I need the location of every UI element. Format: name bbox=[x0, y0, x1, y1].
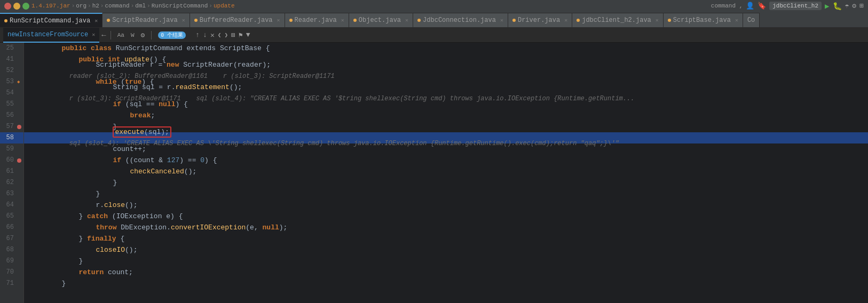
code-line-63: } bbox=[24, 188, 868, 200]
nav-prev-icon[interactable]: ❮ bbox=[217, 30, 223, 39]
line-number-57: 57 bbox=[0, 121, 17, 132]
font-aa-button[interactable]: Aa bbox=[115, 31, 127, 39]
layout-icon[interactable]: ⊞ bbox=[859, 2, 864, 10]
run-icon[interactable]: ▶ bbox=[825, 2, 829, 11]
tab-close-button[interactable]: ✕ bbox=[94, 18, 98, 24]
nav-back-icon[interactable]: ← bbox=[101, 31, 106, 39]
user-icon[interactable]: 👤 bbox=[746, 2, 754, 10]
tab-Reader[interactable]: Reader.java ✕ bbox=[285, 13, 349, 27]
close-tab-icon[interactable]: ✕ bbox=[92, 31, 95, 38]
code-line-68: closeIO(); bbox=[24, 244, 868, 256]
debug-icon[interactable]: 🐛 bbox=[833, 2, 842, 11]
code-content[interactable]: public class RunScriptCommand extends Sc… bbox=[24, 43, 868, 303]
tab-label: Driver.java bbox=[518, 17, 560, 24]
tab-close-button[interactable]: ✕ bbox=[277, 17, 280, 23]
tab-Driver[interactable]: Driver.java ✕ bbox=[508, 13, 572, 27]
line-number-52: 52 bbox=[0, 65, 17, 76]
tab-JdbcConnection[interactable]: JdbcConnection.java ✕ bbox=[413, 13, 508, 27]
line-number-61: 61 bbox=[0, 166, 17, 177]
tab-BufferedReader[interactable]: BufferedReader.java ✕ bbox=[190, 13, 285, 27]
line-number-56: 56 bbox=[0, 110, 17, 121]
tab-label: ScriptBase.java bbox=[673, 17, 731, 24]
gutter-row-71: 71 bbox=[0, 278, 23, 289]
maximize-button[interactable] bbox=[22, 3, 29, 10]
tab-jdbcClient[interactable]: jdbcClient_h2.java ✕ bbox=[572, 13, 664, 27]
gutter-row-67: 67 bbox=[0, 233, 23, 244]
gutter-row-55: 55 bbox=[0, 99, 23, 110]
nav-next-icon[interactable]: ❯ bbox=[223, 30, 229, 39]
tab-Object[interactable]: Object.java ✕ bbox=[349, 13, 413, 27]
settings-icon[interactable]: ⚙ bbox=[852, 2, 856, 10]
tab-dot-orange bbox=[4, 19, 7, 22]
tab-dot bbox=[577, 19, 580, 22]
breakpoint-60[interactable] bbox=[17, 158, 21, 163]
settings-button[interactable]: ⚙ bbox=[138, 30, 147, 41]
code-line-66: throw DbException.convertIOException(e, … bbox=[24, 222, 868, 233]
code-line-71: } bbox=[24, 278, 868, 289]
tab-label: ScriptReader.java bbox=[112, 17, 177, 24]
line-number-60: 60 bbox=[0, 155, 17, 166]
new-instance-label: newInstanceFromSource bbox=[7, 31, 88, 38]
gutter-row-59: 59 bbox=[0, 143, 23, 155]
nav-flag-icon[interactable]: ⚑ bbox=[238, 30, 244, 41]
tab-dot bbox=[417, 19, 421, 22]
nav-close-icon[interactable]: ✕ bbox=[209, 30, 216, 41]
tab-close-button[interactable]: ✕ bbox=[500, 17, 503, 23]
fold-icon-53[interactable]: ◆ bbox=[17, 79, 22, 85]
tab-close-button[interactable]: ✕ bbox=[735, 17, 738, 23]
tab-dot bbox=[512, 19, 516, 22]
gutter-row-41: 41 bbox=[0, 54, 23, 65]
coverage-icon[interactable]: ☂ bbox=[845, 2, 849, 10]
gutter-row-69: 69 bbox=[0, 256, 23, 267]
nav-filter-icon[interactable]: ▼ bbox=[245, 30, 251, 40]
project-selector[interactable]: jdbcClient_h2 bbox=[769, 2, 822, 10]
tab-close-button[interactable]: ✕ bbox=[405, 17, 408, 23]
gutter-row-60: 60 bbox=[0, 155, 23, 166]
tab-close-button[interactable]: ✕ bbox=[564, 17, 567, 23]
gutter-row-57: 57 bbox=[0, 121, 23, 132]
tab-more[interactable]: Co bbox=[743, 13, 760, 27]
minimize-button[interactable] bbox=[13, 3, 20, 10]
line-number-68: 68 bbox=[0, 244, 17, 256]
gutter-row-68: 68 bbox=[0, 244, 23, 256]
breadcrumb: 1.4.197.jar›org›h2›command›dml›RunScript… bbox=[31, 3, 235, 9]
tab-ScriptReader[interactable]: ScriptReader.java ✕ bbox=[102, 13, 190, 27]
code-area: 25 41 52 53 ◆ 54 55 56 57 bbox=[0, 43, 868, 303]
line-number-53: 53 bbox=[0, 76, 17, 87]
line-number-59: 59 bbox=[0, 143, 17, 155]
tab-bar: RunScriptCommand.java ✕ ScriptReader.jav… bbox=[0, 12, 868, 28]
gutter-row-61: 61 bbox=[0, 166, 23, 177]
line-number-63: 63 bbox=[0, 188, 17, 200]
tab-close-button[interactable]: ✕ bbox=[341, 17, 344, 23]
nav-icon-group: ↑ ↓ ✕ ❮ ❯ ⊞ ⚑ ▼ bbox=[194, 30, 251, 41]
method-breadcrumb-tab[interactable]: newInstanceFromSource ✕ bbox=[3, 28, 99, 43]
tab-RunScriptCommand[interactable]: RunScriptCommand.java ✕ bbox=[0, 13, 102, 27]
shortcut-hint: command , bbox=[711, 3, 743, 9]
line-number-69: 69 bbox=[0, 256, 17, 267]
tab-label: Co bbox=[747, 17, 755, 24]
nav-up-icon[interactable]: ↑ bbox=[194, 30, 201, 40]
code-line-70: return count; bbox=[24, 267, 868, 278]
line-number-58: 58 bbox=[0, 132, 17, 143]
gutter-row-64: 64 bbox=[0, 200, 23, 211]
wrap-button[interactable]: W bbox=[129, 31, 137, 39]
close-button[interactable] bbox=[4, 3, 11, 10]
tab-ScriptBase[interactable]: ScriptBase.java ✕ bbox=[664, 13, 743, 27]
nav-grid-icon[interactable]: ⊞ bbox=[230, 30, 236, 41]
gutter-row-65: 65 bbox=[0, 211, 23, 222]
line-number-67: 67 bbox=[0, 233, 17, 244]
code-line-61: checkCanceled(); bbox=[24, 166, 868, 177]
gutter-row-63: 63 bbox=[0, 188, 23, 200]
gutter-row-53: 53 ◆ bbox=[0, 76, 23, 87]
title-bar-right: command , 👤 🔖 jdbcClient_h2 ▶ 🐛 ☂ ⚙ ⊞ bbox=[711, 2, 864, 11]
line-number-54: 54 bbox=[0, 87, 17, 99]
nav-down-icon[interactable]: ↓ bbox=[202, 30, 208, 40]
toolbar-separator bbox=[111, 31, 111, 39]
tab-close-button[interactable]: ✕ bbox=[656, 17, 659, 23]
breakpoint-57[interactable] bbox=[17, 125, 21, 129]
tab-close-button[interactable]: ✕ bbox=[182, 17, 185, 23]
gutter-row-52: 52 bbox=[0, 65, 23, 76]
line-gutter: 25 41 52 53 ◆ 54 55 56 57 bbox=[0, 43, 24, 303]
gutter-row-66: 66 bbox=[0, 222, 23, 233]
bookmark-icon[interactable]: 🔖 bbox=[757, 2, 766, 10]
